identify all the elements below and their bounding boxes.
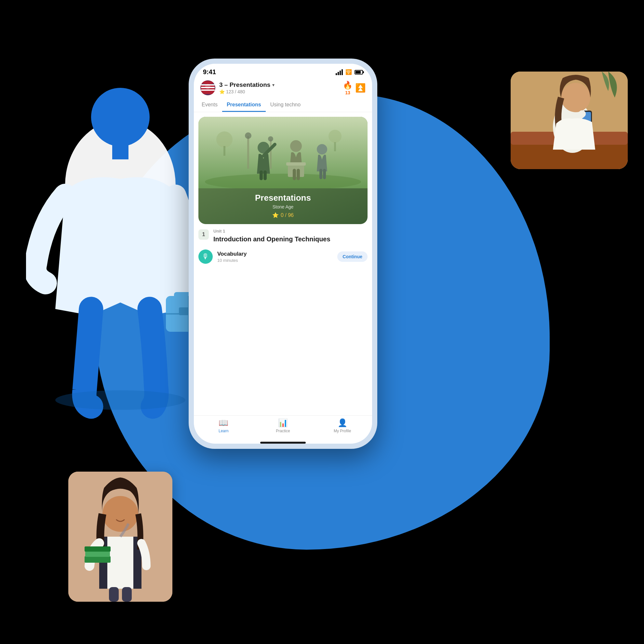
svg-rect-28 <box>270 140 272 169</box>
signal-bars-icon <box>336 69 343 75</box>
svg-rect-56 <box>122 587 132 602</box>
phone-mockup: 9:41 🛜 <box>189 59 377 449</box>
profile-icon: 👤 <box>338 418 347 427</box>
tab-bar: Events Presentations Using techno <box>194 99 372 112</box>
nav-learn[interactable]: 📖 Learn <box>194 418 253 433</box>
phone-frame: 9:41 🛜 <box>189 59 377 449</box>
unit-card-subtitle: Stone Age <box>205 204 361 209</box>
streak-count: 13 <box>345 90 350 95</box>
scroll-content: Presentations Stone Age ⭐ 0 / 96 1 <box>194 112 372 415</box>
svg-point-31 <box>290 140 302 152</box>
svg-point-45 <box>561 83 590 112</box>
boost-icon[interactable]: ⏫ <box>355 83 366 93</box>
svg-point-34 <box>317 144 327 154</box>
svg-point-51 <box>102 496 138 532</box>
svg-rect-52 <box>85 556 111 563</box>
svg-rect-36 <box>263 170 267 180</box>
svg-rect-54 <box>85 546 111 552</box>
svg-point-19 <box>205 84 210 89</box>
status-icons: 🛜 <box>336 69 363 75</box>
app-header: 3 – Presentations ▾ ⭐ 123 / 480 🔥 13 <box>194 78 372 99</box>
unit-number-badge: 1 <box>198 229 209 240</box>
photo-card-top-right <box>511 72 628 169</box>
svg-point-27 <box>245 132 251 139</box>
wifi-icon: 🛜 <box>345 69 352 75</box>
lesson-row[interactable]: 🎙 Vocabulary 10 minutes Continue <box>194 246 372 268</box>
unit-card: Presentations Stone Age ⭐ 0 / 96 <box>198 117 368 224</box>
nav-learn-label: Learn <box>219 429 229 433</box>
photo-card-bottom-left <box>68 472 172 602</box>
practice-icon: 📊 <box>278 418 288 427</box>
tab-using-techno[interactable]: Using techno <box>266 99 305 112</box>
streak-badge: 🔥 13 <box>343 81 353 95</box>
svg-rect-55 <box>109 587 119 602</box>
svg-rect-23 <box>223 146 225 156</box>
svg-point-22 <box>216 131 233 148</box>
unit-card-stars: ⭐ 0 / 96 <box>205 212 361 218</box>
svg-rect-17 <box>201 91 215 94</box>
lesson-info: Vocabulary 10 minutes <box>217 251 333 263</box>
svg-rect-40 <box>323 169 326 179</box>
tab-presentations[interactable]: Presentations <box>222 99 266 112</box>
nav-profile-label: My Profile <box>334 429 351 433</box>
lesson-title: Vocabulary <box>217 251 333 257</box>
svg-point-1 <box>91 88 150 146</box>
nav-practice-label: Practice <box>276 429 290 433</box>
scene: 9:41 🛜 <box>0 0 644 644</box>
unit-title-row: 1 Unit 1 Introduction and Opening Techni… <box>198 229 368 243</box>
star-unit-icon: ⭐ <box>272 212 279 218</box>
svg-rect-16 <box>201 89 215 91</box>
star-icon: ⭐ <box>219 89 225 94</box>
unit-list: 1 Unit 1 Introduction and Opening Techni… <box>194 224 372 243</box>
microphone-icon: 🎙 <box>202 252 209 261</box>
svg-rect-37 <box>293 169 296 180</box>
lesson-icon: 🎙 <box>198 249 213 264</box>
svg-rect-39 <box>319 169 322 179</box>
svg-point-9 <box>55 390 185 410</box>
svg-rect-33 <box>286 162 306 166</box>
unit-stars-count: 0 / 96 <box>281 212 294 218</box>
unit-card-illustration <box>198 117 368 188</box>
unit-card-title: Presentations <box>205 193 361 203</box>
person-illustration <box>26 81 215 424</box>
svg-rect-53 <box>85 551 110 557</box>
unit-header-label: Unit 1 <box>213 229 330 234</box>
svg-rect-26 <box>247 136 249 169</box>
continue-button[interactable]: Continue <box>337 251 368 262</box>
svg-rect-2 <box>112 140 128 159</box>
svg-rect-25 <box>334 142 336 151</box>
nav-practice[interactable]: 📊 Practice <box>253 418 313 433</box>
tab-events[interactable]: Events <box>197 99 222 112</box>
svg-point-3 <box>37 275 55 294</box>
course-title: 3 – Presentations <box>219 81 270 88</box>
header-title-block: 3 – Presentations ▾ ⭐ 123 / 480 <box>219 81 343 94</box>
phone-screen: 9:41 🛜 <box>194 64 372 444</box>
stars-count: 123 / 480 <box>226 89 245 94</box>
svg-rect-11 <box>201 81 215 84</box>
unit-title-text: Introduction and Opening Techniques <box>213 235 330 243</box>
bottom-nav: 📖 Learn 📊 Practice 👤 My Profile <box>194 415 372 440</box>
svg-point-24 <box>329 130 342 143</box>
dropdown-chevron-icon[interactable]: ▾ <box>272 82 275 87</box>
svg-rect-38 <box>297 169 300 180</box>
status-bar: 9:41 🛜 <box>194 64 372 78</box>
status-time: 9:41 <box>203 68 216 76</box>
header-title-row: 3 – Presentations ▾ <box>219 81 343 88</box>
nav-profile[interactable]: 👤 My Profile <box>313 418 372 433</box>
learn-icon: 📖 <box>219 418 228 427</box>
svg-point-29 <box>268 136 273 141</box>
home-indicator <box>260 442 306 444</box>
flag-icon <box>200 80 215 95</box>
svg-rect-8 <box>179 307 189 315</box>
header-subtitle: ⭐ 123 / 480 <box>219 89 343 94</box>
header-actions: 🔥 13 ⏫ <box>343 81 366 95</box>
svg-rect-35 <box>260 170 263 180</box>
fire-icon: 🔥 <box>343 81 353 90</box>
battery-icon <box>355 70 363 74</box>
unit-card-text: Presentations Stone Age ⭐ 0 / 96 <box>198 188 368 224</box>
lesson-duration: 10 minutes <box>217 258 333 263</box>
